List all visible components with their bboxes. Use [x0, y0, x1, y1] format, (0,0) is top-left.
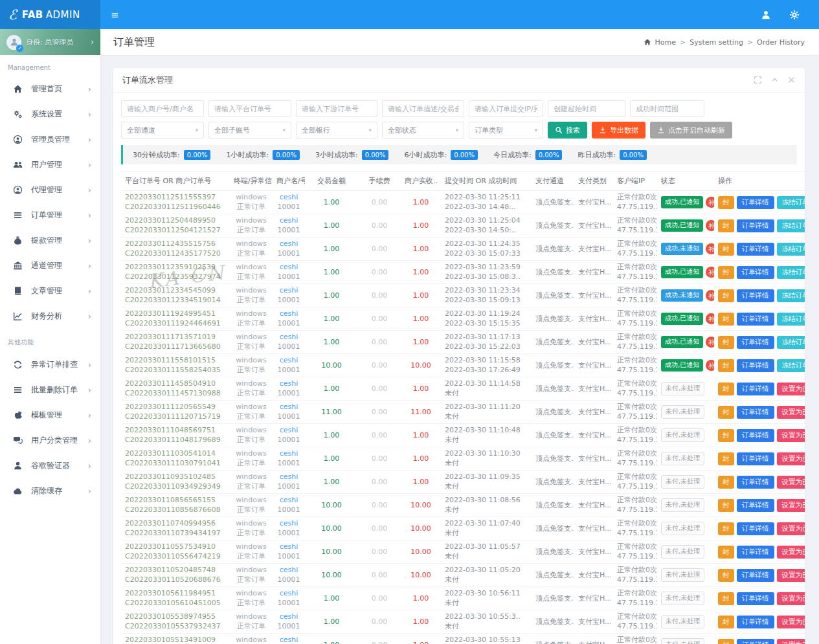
- order-detail-button[interactable]: 订单详情: [737, 569, 774, 582]
- merchant-name-link[interactable]: ceshi: [276, 263, 301, 272]
- sidebar-item-user-management[interactable]: 用户管理›: [0, 152, 100, 177]
- set-paid-button[interactable]: 设置为已支付: [777, 592, 805, 605]
- seal-button[interactable]: 封: [718, 289, 734, 302]
- seal-button[interactable]: 封: [718, 592, 734, 605]
- seal-button[interactable]: 封: [718, 266, 734, 279]
- seal-button[interactable]: 封: [718, 499, 734, 512]
- set-paid-button[interactable]: 设置为已支付: [777, 452, 805, 465]
- patch-notify-button[interactable]: 补: [706, 337, 714, 348]
- merchant-name-link[interactable]: ceshi: [276, 542, 301, 552]
- merchant-name-link[interactable]: ceshi: [276, 193, 301, 203]
- sidebar-item-order-management[interactable]: 订单管理›: [0, 203, 100, 228]
- set-paid-button[interactable]: 设置为已支付: [777, 383, 805, 395]
- sidebar-item-user-category-management[interactable]: 用户分类管理›: [0, 428, 100, 453]
- freeze-order-button[interactable]: 冻结订单: [777, 196, 805, 209]
- merchant-name-link[interactable]: ceshi: [276, 612, 301, 622]
- merchant-name-link[interactable]: ceshi: [276, 333, 301, 342]
- order-detail-button[interactable]: 订单详情: [737, 313, 774, 326]
- expand-icon[interactable]: [754, 76, 762, 84]
- order-detail-button[interactable]: 订单详情: [737, 289, 774, 302]
- merchant-name-link[interactable]: ceshi: [276, 356, 301, 366]
- set-paid-button[interactable]: 设置为已支付: [777, 406, 805, 419]
- patch-notify-button[interactable]: 补: [706, 290, 714, 301]
- set-paid-button[interactable]: 设置为已支付: [777, 476, 805, 489]
- freeze-order-button[interactable]: 冻结订单: [777, 219, 805, 232]
- filter-select-4[interactable]: 订单类型▾: [469, 122, 543, 139]
- filter-select-3[interactable]: 全部状态▾: [382, 122, 464, 139]
- patch-notify-button[interactable]: 补: [706, 360, 714, 371]
- merchant-name-link[interactable]: ceshi: [276, 379, 301, 389]
- sidebar-item-batch-delete-orders[interactable]: 批量删除订单›: [0, 377, 100, 403]
- seal-button[interactable]: 封: [718, 219, 734, 232]
- order-detail-button[interactable]: 订单详情: [737, 616, 774, 628]
- order-detail-button[interactable]: 订单详情: [737, 592, 774, 605]
- filter-input-3[interactable]: [382, 100, 464, 117]
- search-button[interactable]: 搜索: [548, 122, 587, 139]
- seal-button[interactable]: 封: [718, 452, 734, 465]
- seal-button[interactable]: 封: [718, 359, 734, 372]
- order-detail-button[interactable]: 订单详情: [737, 476, 774, 489]
- order-detail-button[interactable]: 订单详情: [737, 499, 774, 512]
- merchant-name-link[interactable]: ceshi: [276, 403, 301, 412]
- set-paid-button[interactable]: 设置为已支付: [777, 616, 805, 628]
- merchant-name-link[interactable]: ceshi: [276, 636, 301, 644]
- patch-notify-button[interactable]: 补: [706, 243, 714, 254]
- seal-button[interactable]: 封: [718, 616, 734, 628]
- sidebar-item-home-page[interactable]: 管理首页›: [0, 76, 100, 102]
- order-detail-button[interactable]: 订单详情: [737, 359, 774, 372]
- set-paid-button[interactable]: 设置为已支付: [777, 639, 805, 644]
- order-detail-button[interactable]: 订单详情: [737, 639, 774, 644]
- merchant-name-link[interactable]: ceshi: [276, 566, 301, 575]
- order-detail-button[interactable]: 订单详情: [737, 429, 774, 442]
- patch-notify-button[interactable]: 补: [706, 313, 714, 324]
- sidebar-item-article-management[interactable]: 文章管理›: [0, 278, 100, 304]
- breadcrumb-system-setting[interactable]: System setting: [690, 38, 743, 47]
- filter-input-5[interactable]: [548, 100, 625, 117]
- gear-icon[interactable]: [789, 10, 800, 20]
- merchant-name-link[interactable]: ceshi: [276, 519, 301, 529]
- freeze-order-button[interactable]: 冻结订单: [777, 266, 805, 279]
- export-data-button[interactable]: 导出数据: [592, 122, 645, 139]
- sidebar-item-clear-cache[interactable]: 清除缓存›: [0, 478, 100, 504]
- freeze-order-button[interactable]: 冻结订单: [777, 336, 805, 349]
- order-detail-button[interactable]: 订单详情: [737, 336, 774, 349]
- seal-button[interactable]: 封: [718, 476, 734, 489]
- seal-button[interactable]: 封: [718, 406, 734, 419]
- sidebar-item-abnormal-order-check[interactable]: 异常订单排查›: [0, 352, 100, 377]
- user-panel[interactable]: ✓ 身份: 总管理员 ›: [0, 29, 100, 55]
- seal-button[interactable]: 封: [718, 546, 734, 559]
- freeze-order-button[interactable]: 冻结订单: [777, 243, 805, 256]
- merchant-name-link[interactable]: ceshi: [276, 286, 301, 296]
- order-detail-button[interactable]: 订单详情: [737, 522, 774, 535]
- filter-select-2[interactable]: 全部银行▾: [296, 122, 377, 139]
- order-detail-button[interactable]: 订单详情: [737, 383, 774, 395]
- seal-button[interactable]: 封: [718, 196, 734, 209]
- sidebar-item-channel-management[interactable]: 通道管理›: [0, 253, 100, 278]
- close-icon[interactable]: [787, 76, 796, 84]
- freeze-order-button[interactable]: 冻结订单: [777, 313, 805, 326]
- sidebar-item-google-authenticator[interactable]: 谷歌验证器›: [0, 453, 100, 478]
- sidebar-item-admin-management[interactable]: 管理员管理›: [0, 127, 100, 152]
- order-detail-button[interactable]: 订单详情: [737, 546, 774, 559]
- patch-notify-button[interactable]: 补: [706, 267, 714, 278]
- merchant-name-link[interactable]: ceshi: [276, 449, 301, 459]
- merchant-name-link[interactable]: ceshi: [276, 216, 301, 226]
- filter-select-0[interactable]: 全部通道▾: [121, 122, 204, 139]
- filter-input-1[interactable]: [208, 100, 291, 117]
- merchant-name-link[interactable]: ceshi: [276, 309, 301, 319]
- sidebar-item-withdrawal-management[interactable]: 提款管理›: [0, 228, 100, 253]
- set-paid-button[interactable]: 设置为已支付: [777, 569, 805, 582]
- seal-button[interactable]: 封: [718, 383, 734, 395]
- collapse-icon[interactable]: [770, 76, 779, 84]
- filter-input-0[interactable]: [121, 100, 204, 117]
- order-detail-button[interactable]: 订单详情: [737, 196, 774, 209]
- merchant-name-link[interactable]: ceshi: [276, 426, 301, 436]
- order-detail-button[interactable]: 订单详情: [737, 406, 774, 419]
- order-detail-button[interactable]: 订单详情: [737, 243, 774, 256]
- patch-notify-button[interactable]: 补: [706, 197, 714, 208]
- filter-input-2[interactable]: [296, 100, 377, 117]
- merchant-name-link[interactable]: ceshi: [276, 239, 301, 249]
- breadcrumb-home[interactable]: Home: [655, 38, 676, 47]
- merchant-name-link[interactable]: ceshi: [276, 472, 301, 482]
- seal-button[interactable]: 封: [718, 522, 734, 535]
